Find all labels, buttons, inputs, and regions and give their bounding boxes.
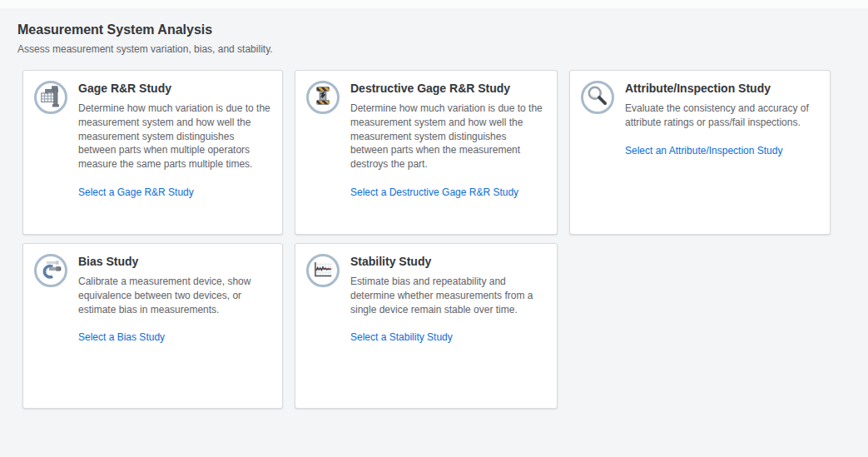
page-title: Measurement System Analysis (17, 22, 868, 37)
control-chart-icon (310, 256, 335, 281)
card-grid: Gage R&R Study Determine how much variat… (22, 70, 868, 409)
card-icon-slot (38, 256, 63, 285)
card-bias: Bias Study Calibrate a measurement devic… (22, 243, 283, 409)
card-stability: Stability Study Estimate bias and repeat… (295, 243, 558, 409)
card-body: Attribute/Inspection Study Evaluate the … (625, 81, 818, 157)
card-icon-slot (585, 83, 610, 112)
hazard-specimen-icon (310, 83, 335, 108)
card-body: Destructive Gage R&R Study Determine how… (350, 81, 545, 199)
card-title: Destructive Gage R&R Study (350, 82, 545, 95)
height-gage-grid-icon (38, 83, 63, 108)
card-description: Estimate bias and repeatability and dete… (350, 275, 545, 316)
card-destructive-gage-rr: Destructive Gage R&R Study Determine how… (295, 70, 558, 235)
card-body: Gage R&R Study Determine how much variat… (78, 81, 270, 199)
card-title: Gage R&R Study (78, 82, 270, 95)
card-icon-slot (310, 83, 335, 112)
card-icon-ring (34, 81, 67, 114)
card-description: Calibrate a measurement device, show equ… (78, 275, 270, 316)
card-attribute-inspection: Attribute/Inspection Study Evaluate the … (569, 70, 831, 235)
card-icon-ring (306, 254, 340, 287)
card-icon-ring (306, 81, 340, 114)
magnifier-icon (585, 83, 610, 108)
card-icon-ring (34, 254, 67, 287)
card-title: Bias Study (78, 255, 270, 268)
card-description: Determine how much variation is due to t… (78, 102, 270, 171)
card-icon-slot (38, 83, 63, 112)
link-destructive-gage-rr[interactable]: Select a Destructive Gage R&R Study (350, 186, 518, 198)
link-stability[interactable]: Select a Stability Study (350, 331, 453, 343)
link-bias[interactable]: Select a Bias Study (78, 331, 165, 343)
card-gage-rr: Gage R&R Study Determine how much variat… (22, 70, 283, 235)
page-header: Measurement System Analysis Assess measu… (0, 8, 868, 55)
card-icon-slot (310, 256, 335, 285)
card-description: Determine how much variation is due to t… (350, 102, 545, 171)
card-body: Stability Study Estimate bias and repeat… (350, 254, 545, 344)
link-attribute-inspection[interactable]: Select an Attribute/Inspection Study (625, 145, 782, 156)
card-title: Attribute/Inspection Study (625, 82, 818, 95)
card-icon-ring (581, 81, 614, 114)
card-body: Bias Study Calibrate a measurement devic… (78, 254, 270, 344)
micrometer-icon (38, 256, 63, 281)
page-subtitle: Assess measurement system variation, bia… (17, 43, 868, 55)
link-gage-rr[interactable]: Select a Gage R&R Study (78, 186, 194, 198)
card-title: Stability Study (350, 255, 545, 268)
card-description: Evaluate the consistency and accuracy of… (625, 102, 818, 130)
top-strip (0, 0, 868, 8)
